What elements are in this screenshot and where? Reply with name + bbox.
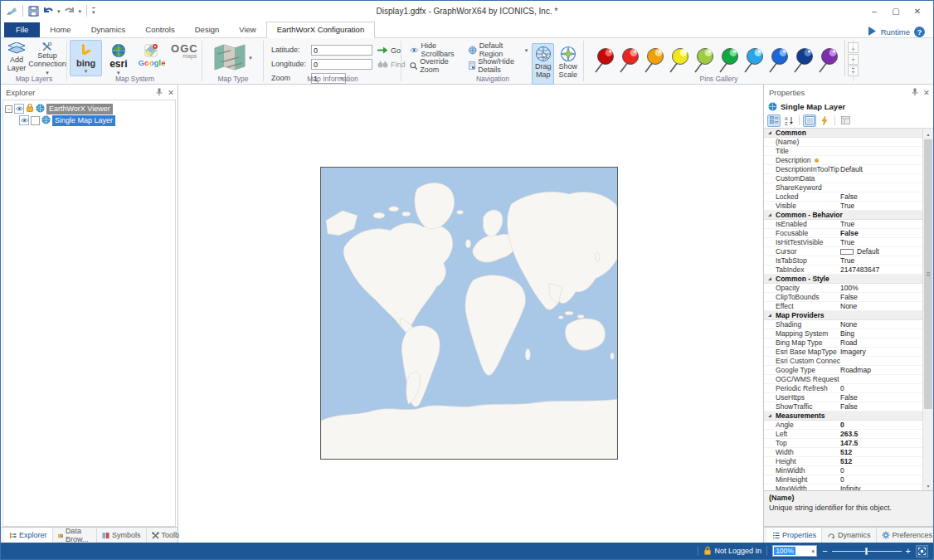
property-row[interactable]: Focusable False [764,229,922,238]
show-hide-details-button[interactable]: Show/Hide Details [466,60,530,71]
tab-view[interactable]: View [229,22,265,37]
category-expander-icon[interactable] [764,414,776,417]
tab-design[interactable]: Design [185,22,230,37]
property-list-button[interactable] [803,114,816,127]
property-value[interactable]: 512 [840,448,922,456]
property-value[interactable]: 2147483647 [840,265,922,274]
property-row[interactable]: Width 512 [764,448,922,457]
property-value[interactable]: True [840,202,922,210]
property-row[interactable]: CustomData [764,174,922,183]
property-row[interactable]: Visible True [764,202,922,211]
zoom-out-button[interactable]: − [822,547,827,556]
purple-pin[interactable] [817,46,839,75]
light-green-pin[interactable] [693,46,715,75]
undo-button[interactable] [42,6,54,16]
dock-tab-data-browser[interactable]: Data Brow... [53,528,98,543]
property-value[interactable]: False [840,393,922,402]
property-row[interactable]: OGC/WMS Request S [764,375,922,384]
property-row[interactable]: Esri Custom Connect [764,357,922,366]
property-value[interactable]: Default [840,247,922,256]
dock-tab-dynamics[interactable]: Dynamics [822,528,877,543]
property-row[interactable]: Google Type Roadmap [764,366,922,375]
tab-file[interactable]: File [4,22,40,37]
property-row[interactable]: UseHttps False [764,393,922,402]
scroll-down-icon[interactable]: ▾ [923,480,933,490]
tree-node-label[interactable]: Single Map Layer [52,115,115,126]
property-row[interactable]: Common [764,129,922,138]
ogc-map-system-button[interactable]: OGC maps [169,40,200,76]
scrollbar-thumb[interactable] [924,139,932,409]
dock-tab-preferences[interactable]: Preferences [877,528,934,543]
property-row[interactable]: Effect None [764,302,922,311]
visibility-eye-icon[interactable] [14,104,24,114]
category-expander-icon[interactable] [764,277,776,280]
tab-home[interactable]: Home [40,22,80,37]
property-value[interactable]: 147.5 [840,439,922,447]
google-map-system-button[interactable]: Google [135,40,169,76]
map-type-button[interactable]: ▾ [210,40,256,75]
property-row[interactable]: MinHeight 0 [764,475,922,485]
add-layer-button[interactable]: Add Layer [3,40,30,76]
dock-tab-symbols[interactable]: Symbols [97,528,147,543]
property-pages-button[interactable] [839,114,852,127]
property-value[interactable]: 0 [840,421,922,429]
property-row[interactable]: Locked False [764,192,922,202]
tree-expander-icon[interactable]: − [5,105,12,113]
explorer-tree[interactable]: − EarthWorX Viewer [2,100,176,527]
property-value[interactable]: 0 [840,384,922,392]
dynamics-lightning-button[interactable] [818,114,831,127]
blue-pin[interactable] [767,46,790,75]
tree-node-label[interactable]: EarthWorX Viewer [46,104,113,114]
undo-dropdown-icon[interactable]: ▾ [57,8,61,14]
yellow-pin[interactable] [668,46,690,75]
property-row[interactable]: Measurements [764,411,922,421]
tab-earthworx-configuration[interactable]: EarthWorX Configuration [266,22,375,38]
property-value[interactable]: 263.5 [840,430,922,438]
property-value[interactable]: Default [840,165,922,173]
green-pin[interactable] [718,46,740,75]
help-icon[interactable]: ? [914,27,925,37]
dock-tab-properties[interactable]: Properties [767,528,822,543]
design-canvas[interactable] [179,85,763,543]
property-row[interactable]: Common - Behavior [764,211,922,220]
runtime-control[interactable]: Runtime ? [868,27,933,37]
property-value[interactable]: Road [840,338,922,347]
login-status[interactable]: Not Logged In [703,546,762,556]
property-value[interactable]: 0 [840,475,922,484]
category-expander-icon[interactable] [764,213,776,217]
save-button[interactable] [28,6,39,17]
property-value[interactable]: True [840,238,922,246]
property-row[interactable]: IsHitTestVisible True [764,238,922,247]
property-row[interactable]: Title [764,147,922,156]
esri-map-system-button[interactable]: esri ▾ [102,40,134,76]
zoom-in-button[interactable]: + [906,547,911,556]
pin-panel-icon[interactable] [156,88,163,96]
property-row[interactable]: Description [764,156,922,165]
map-type-dropdown-icon[interactable]: ▾ [249,55,252,61]
redo-dropdown-icon[interactable]: ▾ [79,8,82,14]
properties-scrollbar[interactable]: ▴ ▾ [922,129,933,490]
customize-toolbar-icon[interactable]: ▾ [92,7,95,15]
property-row[interactable]: ShareKeyword [764,183,922,192]
property-row[interactable]: Shading None [764,320,922,329]
tab-dynamics[interactable]: Dynamics [81,22,136,37]
property-value[interactable]: False [840,293,922,301]
close-button[interactable]: ✕ [907,3,928,18]
layer-checkbox[interactable] [31,116,40,125]
zoom-combo-dropdown-icon[interactable]: ▾ [812,548,817,554]
category-expander-icon[interactable] [764,314,776,317]
tree-row-single-map-layer[interactable]: Single Map Layer [5,114,173,126]
visibility-eye-icon[interactable] [19,115,29,125]
gallery-scroll-down-button[interactable]: ▾ [848,54,859,65]
property-value[interactable]: True [840,256,922,265]
pin-panel-icon[interactable] [912,88,918,96]
property-value[interactable]: False [840,192,922,201]
minimize-button[interactable]: – [863,3,885,18]
property-row[interactable]: Bing Map Type Road [764,338,922,348]
property-row[interactable]: Periodic Refresh 0 [764,384,922,393]
property-row[interactable]: Left 263.5 [764,430,922,439]
setup-connection-button[interactable]: Setup Connection ▾ [30,40,65,76]
property-row[interactable]: ClipToBounds False [764,293,922,302]
property-value[interactable]: Roadmap [840,366,922,374]
property-row[interactable]: Mapping System Bing [764,329,922,338]
